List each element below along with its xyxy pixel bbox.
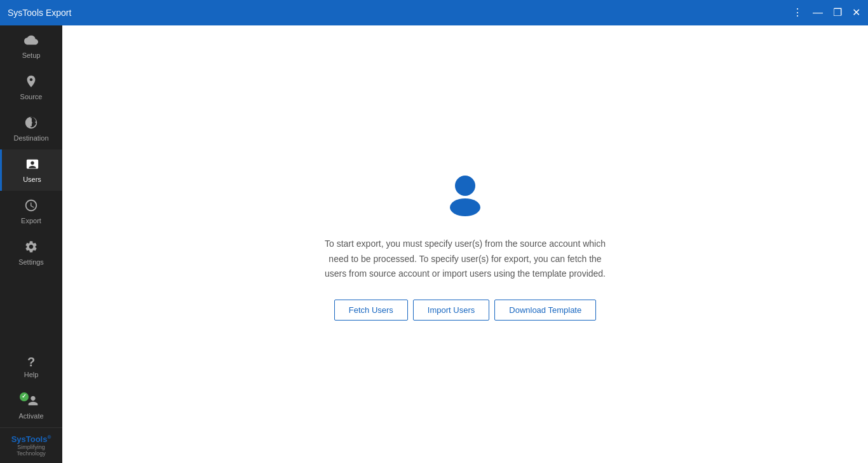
brand-tagline: Simplifying Technology [5, 444, 57, 457]
import-users-button[interactable]: Import Users [413, 300, 489, 321]
brand-name: SysTools® [5, 434, 57, 444]
sidebar-label-destination: Destination [13, 134, 48, 142]
restore-button[interactable]: ❐ [833, 8, 842, 18]
sidebar-item-destination[interactable]: Destination [0, 108, 62, 149]
activate-icon [22, 394, 40, 410]
question-icon: ? [27, 356, 35, 368]
app-body: Setup Source Destination Users Export [0, 25, 868, 463]
sidebar-label-export: Export [21, 217, 41, 225]
cloud-icon [24, 33, 38, 49]
pin-icon [24, 74, 38, 90]
sidebar-bottom: ? Help Activate SysTools® Simplifying Te… [0, 348, 62, 463]
sidebar-label-source: Source [20, 93, 43, 100]
clock-icon [24, 198, 38, 214]
sidebar-item-activate[interactable]: Activate [0, 386, 62, 427]
sidebar-label-help: Help [24, 371, 39, 378]
sidebar-item-help[interactable]: ? Help [0, 348, 62, 386]
title-bar: SysTools Export ⋮ — ❐ ✕ [0, 0, 868, 25]
menu-icon[interactable]: ⋮ [792, 8, 803, 18]
main-content: To start export, you must specify user(s… [62, 25, 868, 463]
sidebar-label-setup: Setup [22, 52, 41, 59]
minimize-button[interactable]: — [813, 8, 823, 18]
sidebar-label-activate: Activate [18, 412, 43, 420]
sidebar-item-users[interactable]: Users [0, 149, 62, 191]
sidebar: Setup Source Destination Users Export [0, 25, 62, 463]
sidebar-label-settings: Settings [18, 258, 44, 266]
sidebar-item-source[interactable]: Source [0, 67, 62, 108]
sidebar-item-settings[interactable]: Settings [0, 232, 62, 273]
user-icon-area [440, 168, 491, 221]
svg-point-1 [455, 176, 475, 196]
download-template-button[interactable]: Download Template [494, 300, 596, 321]
close-button[interactable]: ✕ [852, 8, 860, 18]
sidebar-item-export[interactable]: Export [0, 191, 62, 232]
app-title-area: SysTools Export [8, 8, 71, 18]
fetch-users-button[interactable]: Fetch Users [334, 300, 408, 321]
window-controls: ⋮ — ❐ ✕ [792, 8, 860, 18]
user-illustration-icon [440, 168, 491, 219]
target-icon [24, 116, 38, 132]
svg-point-2 [450, 198, 480, 216]
brand-area: SysTools® Simplifying Technology [0, 427, 62, 463]
user-card-icon [25, 157, 39, 173]
sidebar-item-setup[interactable]: Setup [0, 25, 62, 67]
gear-icon [24, 240, 38, 256]
description-text: To start export, you must specify user(s… [319, 237, 611, 282]
sidebar-label-users: Users [23, 176, 41, 183]
app-title: SysTools Export [8, 8, 71, 18]
action-buttons: Fetch Users Import Users Download Templa… [334, 300, 596, 321]
